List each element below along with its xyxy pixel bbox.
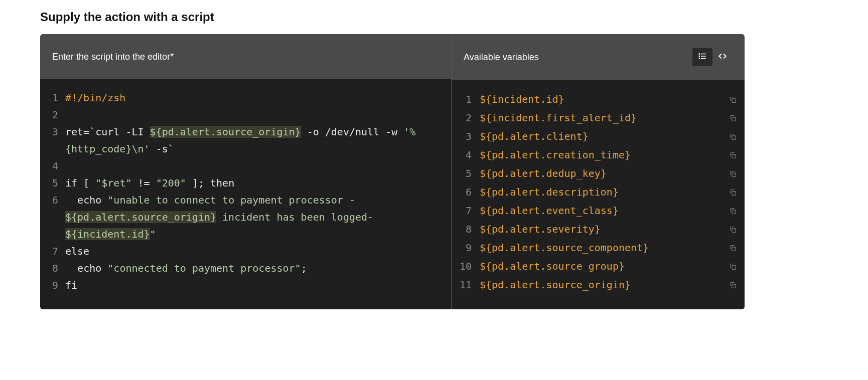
svg-rect-16 [732,284,736,288]
svg-point-3 [699,54,700,55]
script-panel: Enter the script into the editor* 1#!/bi… [40,34,745,309]
copy-icon[interactable] [728,281,739,289]
variable-row: 11${pd.alert.source_origin} [452,276,739,294]
variable-line-number: 4 [452,146,480,164]
variable-line-number: 7 [452,202,480,220]
variable-name[interactable]: ${pd.alert.source_group} [480,257,724,276]
variable-name[interactable]: ${pd.alert.dedup_key} [480,164,724,183]
variable-line-number: 6 [452,183,480,202]
code-content: if [ "$ret" != "200" ]; then [65,174,451,192]
list-icon [698,52,707,63]
svg-rect-9 [732,154,736,158]
svg-point-4 [699,56,700,57]
copy-icon[interactable] [728,133,739,141]
variable-name[interactable]: ${pd.alert.source_origin} [480,276,724,294]
view-toggle-group [692,48,733,66]
line-number: 6 [40,192,65,209]
code-content: fi [65,277,451,294]
copy-icon[interactable] [728,151,739,159]
variable-row: 3${pd.alert.client} [452,127,739,146]
code-line: 2 [40,106,451,123]
code-content: echo "unable to connect to payment proce… [65,192,451,243]
line-number: 3 [40,123,65,140]
copy-icon[interactable] [728,170,739,178]
variable-row: 1${incident.id} [452,90,739,109]
svg-rect-12 [732,210,736,214]
line-number: 2 [40,106,65,123]
code-line: 7else [40,243,451,260]
svg-rect-8 [732,136,736,139]
editor-column: Enter the script into the editor* 1#!/bi… [40,34,452,309]
code-line: 9fi [40,277,451,294]
svg-rect-6 [732,99,736,102]
variable-name[interactable]: ${incident.id} [480,90,724,109]
list-view-button[interactable] [692,48,712,66]
code-content: #!/bin/zsh [65,89,451,106]
code-line: 4 [40,157,451,174]
variables-column: Available variables [452,34,745,309]
variable-row: 7${pd.alert.event_class} [452,202,739,220]
variable-name[interactable]: ${pd.alert.description} [480,183,724,202]
variable-row: 4${pd.alert.creation_time} [452,146,739,164]
editor-header: Enter the script into the editor* [40,34,451,79]
copy-icon[interactable] [728,244,739,252]
variable-line-number: 1 [452,90,480,109]
svg-rect-11 [732,192,736,195]
svg-rect-10 [732,173,736,176]
variable-row: 10${pd.alert.source_group} [452,257,739,276]
copy-icon[interactable] [728,207,739,215]
code-editor[interactable]: 1#!/bin/zsh23ret=`curl -LI ${pd.alert.so… [40,79,451,309]
svg-rect-14 [732,247,736,251]
variable-row: 9${pd.alert.source_component} [452,239,739,257]
code-content: ret=`curl -LI ${pd.alert.source_origin} … [65,123,451,157]
svg-rect-13 [732,229,736,232]
code-line: 5if [ "$ret" != "200" ]; then [40,174,451,192]
copy-icon[interactable] [728,263,739,271]
variable-row: 2${incident.first_alert_id} [452,109,739,127]
line-number: 1 [40,89,65,106]
variable-row: 8${pd.alert.severity} [452,220,739,239]
svg-point-5 [699,58,700,59]
variable-name[interactable]: ${pd.alert.client} [480,127,724,146]
code-line: 1#!/bin/zsh [40,89,451,106]
variable-line-number: 10 [452,257,480,276]
code-line: 3ret=`curl -LI ${pd.alert.source_origin}… [40,123,451,157]
variable-name[interactable]: ${pd.alert.severity} [480,220,724,239]
code-icon [718,52,727,63]
variable-name[interactable]: ${incident.first_alert_id} [480,109,724,127]
variables-label: Available variables [464,52,539,63]
copy-icon[interactable] [728,96,739,104]
code-content: else [65,243,451,260]
editor-label: Enter the script into the editor* [52,52,174,62]
code-content: echo "connected to payment processor"; [65,260,451,277]
line-number: 8 [40,260,65,277]
variables-list: 1${incident.id}2${incident.first_alert_i… [452,80,745,309]
code-view-button[interactable] [712,48,733,66]
line-number: 7 [40,243,65,260]
variable-row: 6${pd.alert.description} [452,183,739,202]
code-line: 6 echo "unable to connect to payment pro… [40,192,451,243]
copy-icon[interactable] [728,226,739,234]
line-number: 4 [40,157,65,174]
variable-name[interactable]: ${pd.alert.event_class} [480,202,724,220]
variable-line-number: 3 [452,127,480,146]
variable-line-number: 5 [452,164,480,183]
variable-name[interactable]: ${pd.alert.source_component} [480,239,724,257]
code-line: 8 echo "connected to payment processor"; [40,260,451,277]
copy-icon[interactable] [728,114,739,122]
line-number: 9 [40,277,65,294]
variable-line-number: 9 [452,239,480,257]
copy-icon[interactable] [728,188,739,197]
line-number: 5 [40,174,65,192]
variable-line-number: 11 [452,276,480,294]
svg-rect-7 [732,117,736,121]
variable-row: 5${pd.alert.dedup_key} [452,164,739,183]
svg-rect-15 [732,266,736,269]
variable-line-number: 2 [452,109,480,127]
variable-line-number: 8 [452,220,480,239]
variables-header: Available variables [452,34,745,80]
variable-name[interactable]: ${pd.alert.creation_time} [480,146,724,164]
section-title: Supply the action with a script [40,10,828,24]
